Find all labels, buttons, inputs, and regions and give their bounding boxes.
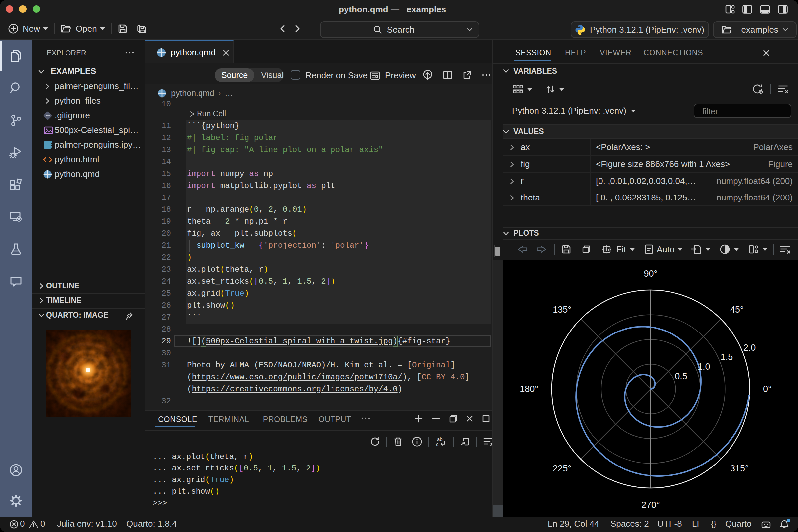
svg-text:1.5: 1.5 xyxy=(721,352,733,362)
svg-text:180°: 180° xyxy=(520,384,538,394)
svg-text:2.0: 2.0 xyxy=(743,343,756,353)
svg-text:225°: 225° xyxy=(553,463,571,474)
svg-text:315°: 315° xyxy=(730,463,749,474)
svg-text:135°: 135° xyxy=(553,305,571,315)
svg-text:270°: 270° xyxy=(641,500,660,510)
svg-text:1.0: 1.0 xyxy=(698,362,710,372)
svg-text:c: c xyxy=(436,441,439,446)
svg-text:45°: 45° xyxy=(730,305,744,315)
svg-text:0.5: 0.5 xyxy=(674,372,687,381)
svg-text:0°: 0° xyxy=(763,384,772,394)
svg-text:90°: 90° xyxy=(644,269,658,279)
